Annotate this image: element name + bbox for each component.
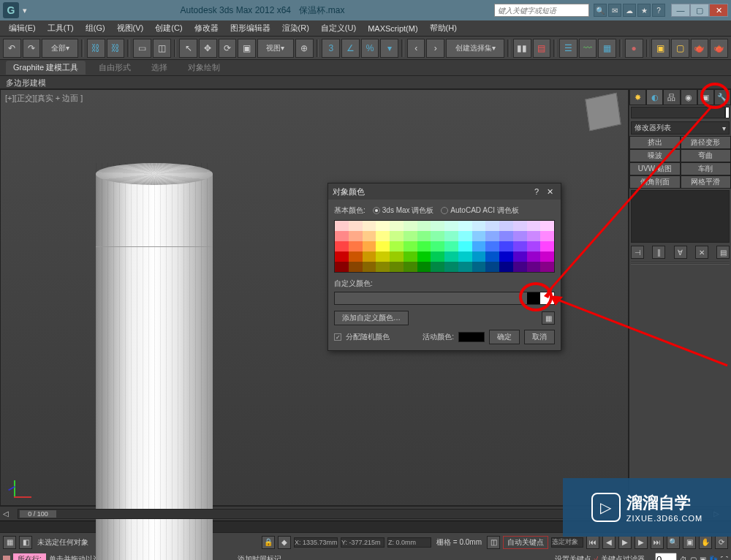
- menu-group[interactable]: 组(G): [80, 21, 111, 35]
- pivot-icon[interactable]: ⊕: [295, 39, 314, 58]
- custom-swatch[interactable]: [363, 292, 376, 304]
- make-unique-icon[interactable]: ∀: [674, 246, 687, 259]
- palette-swatch[interactable]: [404, 241, 417, 251]
- palette-swatch[interactable]: [472, 231, 486, 241]
- key-mode-input[interactable]: [551, 537, 583, 548]
- remove-mod-icon[interactable]: ✕: [695, 246, 708, 259]
- palette-swatch[interactable]: [390, 251, 404, 262]
- object-name-input[interactable]: [631, 107, 725, 118]
- mod-uvwmap[interactable]: UVW 贴图: [629, 162, 681, 175]
- nav-fov-icon[interactable]: ▢: [690, 556, 697, 561]
- palette-swatch[interactable]: [335, 251, 349, 262]
- named-selection-dropdown[interactable]: 创建选择集 ▾: [446, 39, 504, 58]
- add-custom-color-button[interactable]: 添加自定义颜色…: [334, 311, 409, 325]
- close-button[interactable]: ✕: [709, 4, 728, 17]
- custom-swatch[interactable]: [376, 292, 390, 304]
- render-prod-icon[interactable]: 🫖: [710, 39, 728, 58]
- pin-stack-icon[interactable]: ⊣: [631, 246, 644, 259]
- snap-percent-icon[interactable]: %: [361, 39, 379, 58]
- panel-utilities-icon[interactable]: 🔧: [714, 89, 731, 105]
- palette-swatch[interactable]: [472, 241, 486, 251]
- add-time-tag[interactable]: 添加时间标记: [238, 554, 281, 560]
- ok-button[interactable]: 确定: [489, 330, 520, 344]
- assign-random-checkbox[interactable]: ✓: [334, 333, 341, 341]
- nav-pan-icon[interactable]: ✋: [699, 536, 712, 549]
- palette-swatch[interactable]: [376, 251, 390, 262]
- palette-swatch[interactable]: [417, 262, 431, 272]
- palette-swatch[interactable]: [376, 262, 390, 272]
- custom-swatch[interactable]: [404, 292, 417, 304]
- custom-swatch[interactable]: [444, 292, 458, 304]
- palette-swatch[interactable]: [513, 221, 527, 231]
- ribbon-tab-selection[interactable]: 选择: [144, 61, 175, 75]
- palette-swatch[interactable]: [485, 231, 499, 241]
- menu-customize[interactable]: 自定义(U): [315, 21, 362, 35]
- render-setup-icon[interactable]: ▣: [651, 39, 670, 58]
- current-frame-input[interactable]: [655, 553, 677, 561]
- palette-swatch[interactable]: [527, 231, 541, 241]
- palette-swatch[interactable]: [458, 231, 472, 241]
- custom-swatch-white[interactable]: [540, 292, 554, 304]
- palette-swatch[interactable]: [527, 262, 541, 272]
- viewcube-icon[interactable]: [585, 93, 621, 132]
- radio-autocad-palette[interactable]: AutoCAD ACI 调色板: [441, 205, 518, 216]
- select-rect-icon[interactable]: ▭: [133, 39, 151, 58]
- named-sel-prev-icon[interactable]: ‹: [407, 39, 425, 58]
- menu-help[interactable]: 帮助(H): [424, 21, 463, 35]
- panel-hierarchy-icon[interactable]: 品: [663, 89, 680, 105]
- panel-create-icon[interactable]: ✸: [629, 89, 646, 105]
- palette-swatch[interactable]: [458, 241, 472, 251]
- palette-swatch[interactable]: [349, 241, 363, 251]
- mod-lathe[interactable]: 车削: [681, 162, 732, 175]
- palette-swatch[interactable]: [458, 262, 472, 272]
- nav-zoomall-icon[interactable]: ▣: [683, 536, 696, 549]
- mirror-icon[interactable]: ▮▮: [513, 39, 531, 58]
- custom-swatch-black[interactable]: [527, 292, 541, 304]
- unlink-icon[interactable]: ⛓: [107, 39, 125, 58]
- nav-zoom-icon[interactable]: 🔍: [667, 536, 680, 549]
- palette-swatch[interactable]: [485, 241, 499, 251]
- palette-swatch[interactable]: [349, 231, 363, 241]
- palette-swatch[interactable]: [390, 231, 404, 241]
- custom-swatch[interactable]: [349, 292, 363, 304]
- cancel-button[interactable]: 取消: [524, 330, 555, 344]
- panel-modify-icon[interactable]: ◐: [646, 89, 663, 105]
- palette-swatch[interactable]: [458, 221, 472, 231]
- menu-maxscript[interactable]: MAXScript(M): [362, 23, 423, 34]
- palette-swatch[interactable]: [540, 262, 554, 272]
- mod-noise[interactable]: 噪波: [629, 149, 681, 162]
- palette-swatch[interactable]: [485, 262, 499, 272]
- palette-swatch[interactable]: [513, 241, 527, 251]
- search-icon[interactable]: 🔍: [594, 4, 607, 17]
- snap-angle-icon[interactable]: ∠: [341, 39, 360, 58]
- palette-swatch[interactable]: [485, 221, 499, 231]
- palette-swatch[interactable]: [472, 251, 486, 262]
- object-color-swatch[interactable]: [725, 107, 730, 118]
- named-sel-next-icon[interactable]: ›: [426, 39, 444, 58]
- play-end-icon[interactable]: ⏭: [651, 536, 664, 549]
- palette-swatch[interactable]: [376, 231, 390, 241]
- modifier-list-dropdown[interactable]: 修改器列表▾: [631, 121, 730, 135]
- palette-swatch[interactable]: [499, 251, 513, 262]
- isolate-icon[interactable]: ◧: [19, 536, 32, 549]
- palette-swatch[interactable]: [363, 241, 376, 251]
- palette-swatch[interactable]: [527, 221, 541, 231]
- palette-swatch[interactable]: [431, 262, 444, 272]
- palette-swatch[interactable]: [499, 221, 513, 231]
- curve-editor-icon[interactable]: 〰: [579, 39, 597, 58]
- palette-swatch[interactable]: [499, 241, 513, 251]
- palette-swatch[interactable]: [499, 262, 513, 272]
- palette-swatch[interactable]: [444, 262, 458, 272]
- palette-swatch[interactable]: [472, 262, 486, 272]
- palette-swatch[interactable]: [417, 241, 431, 251]
- move-icon[interactable]: ✥: [199, 39, 217, 58]
- palette-swatch[interactable]: [376, 221, 390, 231]
- mod-extrude[interactable]: 挤出: [629, 136, 681, 149]
- ribbon-tab-paint[interactable]: 对象绘制: [181, 61, 227, 75]
- play-icon[interactable]: ▶: [618, 536, 632, 549]
- panel-display-icon[interactable]: ▣: [697, 89, 714, 105]
- palette-swatch[interactable]: [444, 241, 458, 251]
- nav-dolly-icon[interactable]: ▣: [700, 556, 706, 561]
- custom-swatch[interactable]: [458, 292, 472, 304]
- color-palette[interactable]: [334, 220, 555, 273]
